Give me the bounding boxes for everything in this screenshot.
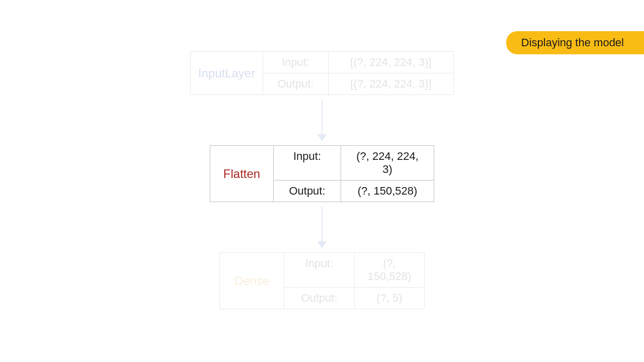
title-banner: Displaying the model bbox=[506, 31, 644, 54]
io-value: (?, 150,528) bbox=[341, 180, 434, 202]
layer-name: Flatten bbox=[210, 146, 274, 202]
io-value: [(?, 224, 224, 3)] bbox=[329, 52, 453, 73]
layer-rows: Input: [(?, 224, 224, 3)] Output: [(?, 2… bbox=[263, 52, 453, 95]
io-value: (?, 150,528) bbox=[355, 253, 424, 287]
layer-name: InputLayer bbox=[191, 52, 263, 95]
io-value: (?, 5) bbox=[355, 288, 424, 309]
io-label: Output: bbox=[274, 180, 341, 202]
io-label: Input: bbox=[274, 146, 341, 180]
layer-row-input: Input: (?, 150,528) bbox=[284, 253, 424, 287]
layer-rows: Input: (?, 150,528) Output: (?, 5) bbox=[284, 253, 424, 309]
layer-block-dense: Dense Input: (?, 150,528) Output: (?, 5) bbox=[219, 252, 425, 309]
layer-row-output: Output: [(?, 224, 224, 3)] bbox=[263, 73, 453, 95]
io-value: [(?, 224, 224, 3)] bbox=[329, 73, 453, 95]
layer-row-output: Output: (?, 150,528) bbox=[274, 180, 434, 202]
model-diagram: InputLayer Input: [(?, 224, 224, 3)] Out… bbox=[190, 51, 454, 309]
io-value: (?, 224, 224, 3) bbox=[341, 146, 434, 180]
layer-row-input: Input: [(?, 224, 224, 3)] bbox=[263, 52, 453, 73]
io-label: Input: bbox=[263, 52, 329, 73]
layer-block-input: InputLayer Input: [(?, 224, 224, 3)] Out… bbox=[190, 51, 454, 95]
layer-name: Dense bbox=[220, 253, 284, 309]
banner-title: Displaying the model bbox=[521, 36, 624, 49]
io-label: Input: bbox=[284, 253, 355, 287]
arrow-down-icon bbox=[317, 99, 327, 141]
layer-block-flatten: Flatten Input: (?, 224, 224, 3) Output: … bbox=[210, 145, 434, 202]
layer-row-output: Output: (?, 5) bbox=[284, 287, 424, 309]
layer-row-input: Input: (?, 224, 224, 3) bbox=[274, 146, 434, 180]
layer-rows: Input: (?, 224, 224, 3) Output: (?, 150,… bbox=[274, 146, 434, 202]
arrow-down-icon bbox=[317, 206, 327, 248]
io-label: Output: bbox=[263, 73, 329, 95]
io-label: Output: bbox=[284, 288, 355, 309]
